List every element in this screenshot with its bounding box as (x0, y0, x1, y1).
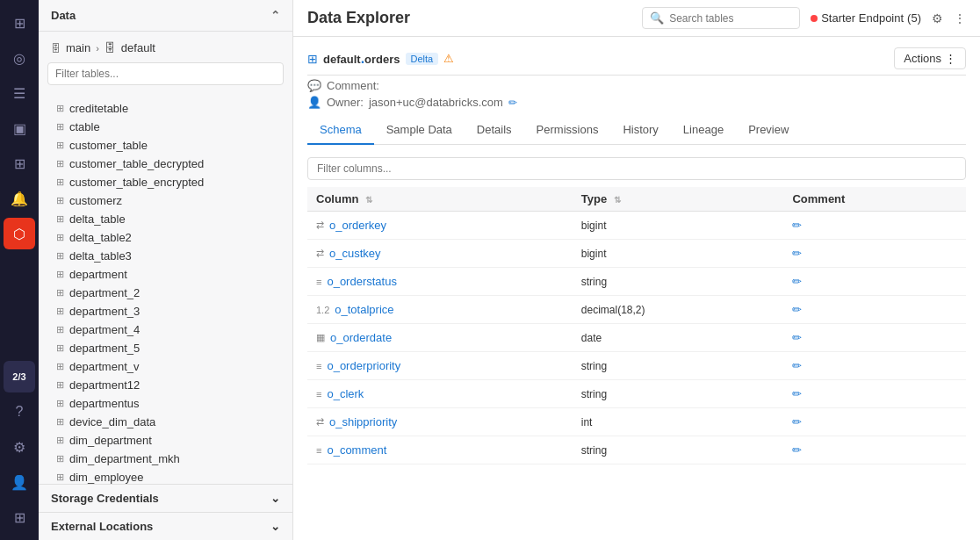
sidebar-collapse-icon[interactable]: ⌃ (270, 9, 280, 22)
actions-button[interactable]: Actions ⋮ (894, 47, 966, 69)
nav-settings-icon[interactable]: ⚙ (4, 431, 35, 463)
column-type-icon: ▦ (316, 332, 325, 343)
table-list: ⊞ creditetable ⊞ ctable ⊞ customer_table… (39, 97, 292, 484)
settings-icon[interactable]: ⚙ (932, 11, 943, 25)
edit-owner-icon[interactable]: ✏ (508, 97, 517, 109)
edit-comment-icon[interactable]: ✏ (792, 415, 802, 428)
tab-lineage[interactable]: Lineage (671, 116, 736, 145)
list-item[interactable]: ⊞ department_5 (39, 339, 292, 357)
nav-grid-icon[interactable]: ⊞ (4, 501, 35, 533)
top-bar: Data Explorer 🔍 Starter Endpoint (5) ⚙ ⋮ (293, 0, 980, 37)
list-item[interactable]: ⊞ departmentus (39, 394, 292, 413)
sort-icon[interactable]: ⇅ (614, 195, 621, 205)
table-name: department_2 (69, 286, 140, 299)
column-type: bigint (573, 240, 784, 268)
tree-item-main[interactable]: 🗄 main › 🗄 default (39, 39, 292, 57)
edit-comment-icon[interactable]: ✏ (792, 331, 802, 344)
edit-comment-icon[interactable]: ✏ (792, 219, 802, 232)
edit-comment-icon[interactable]: ✏ (792, 443, 802, 457)
list-item[interactable]: ⊞ customerz (39, 191, 292, 210)
list-item[interactable]: ⊞ customer_table_decrypted (39, 155, 292, 173)
search-input[interactable] (669, 12, 792, 25)
storage-credentials-label: Storage Credentials (51, 492, 159, 505)
nav-query-icon[interactable]: ▣ (4, 112, 35, 144)
list-item[interactable]: ⊞ delta_table2 (39, 228, 292, 247)
table-name: department_v (69, 360, 140, 373)
filter-tables-input[interactable] (47, 62, 284, 85)
list-item[interactable]: ⊞ department (39, 265, 292, 284)
column-name: o_orderpriority (327, 359, 400, 372)
tree-default-label: default (121, 41, 155, 54)
table-grid-icon: ⊞ (56, 472, 64, 483)
edit-comment-icon[interactable]: ✏ (792, 387, 802, 400)
list-item[interactable]: ⊞ department_v (39, 357, 292, 376)
edit-comment-icon[interactable]: ✏ (792, 359, 802, 372)
tab-details[interactable]: Details (465, 116, 524, 145)
edit-comment-icon[interactable]: ✏ (792, 275, 802, 288)
edit-comment-icon[interactable]: ✏ (792, 303, 802, 316)
column-type: string (573, 380, 784, 408)
tab-sample-data[interactable]: Sample Data (374, 116, 465, 145)
list-item[interactable]: ⊞ department12 (39, 376, 292, 394)
list-item[interactable]: ⊞ customer_table (39, 136, 292, 155)
table-name: delta_table3 (69, 249, 132, 263)
list-item[interactable]: ⊞ delta_table3 (39, 247, 292, 265)
more-options-icon[interactable]: ⋮ (954, 11, 966, 25)
nav-help-icon[interactable]: ? (4, 396, 35, 428)
edit-comment-icon[interactable]: ✏ (792, 247, 802, 260)
nav-data-icon[interactable]: ⬡ (4, 218, 35, 249)
column-header-name: Column ⇅ (307, 187, 573, 212)
list-item[interactable]: ⊞ dim_department_mkh (39, 450, 292, 468)
main-content: Data Explorer 🔍 Starter Endpoint (5) ⚙ ⋮… (293, 0, 980, 540)
table-name: delta_table2 (69, 231, 132, 244)
list-item[interactable]: ⊞ delta_table (39, 210, 292, 228)
tab-permissions[interactable]: Permissions (524, 116, 611, 145)
table-grid-icon: ⊞ (56, 269, 64, 280)
list-item[interactable]: ⊞ dim_department (39, 431, 292, 450)
nav-catalog-icon[interactable]: ☰ (4, 77, 35, 109)
table-grid-icon: ⊞ (56, 435, 64, 446)
table-grid-icon: ⊞ (56, 306, 64, 317)
endpoint-badge[interactable]: Starter Endpoint (5) (811, 11, 921, 25)
list-item[interactable]: ⊞ department_3 (39, 302, 292, 320)
nav-alert-icon[interactable]: 🔔 (4, 183, 35, 214)
nav-apps-icon[interactable]: ⊞ (4, 148, 35, 179)
column-name: o_shippriority (329, 415, 397, 428)
table-grid-icon: ⊞ (56, 416, 64, 428)
list-item[interactable]: ⊞ creditetable (39, 99, 292, 118)
list-item[interactable]: ⊞ customer_table_encrypted (39, 173, 292, 191)
filter-columns-input[interactable] (307, 157, 966, 180)
search-box[interactable]: 🔍 (642, 7, 800, 29)
list-item[interactable]: ⊞ device_dim_data (39, 413, 292, 431)
nav-page-badge[interactable]: 2/3 (4, 361, 35, 392)
delta-badge: Delta (406, 53, 439, 65)
tab-schema[interactable]: Schema (307, 116, 374, 145)
column-name: o_clerk (327, 387, 364, 400)
list-item[interactable]: ⊞ dim_employee (39, 468, 292, 484)
column-type: string (573, 436, 784, 464)
table-name: department_4 (69, 323, 140, 336)
column-type: string (573, 268, 784, 296)
nav-user-icon[interactable]: 👤 (4, 466, 35, 498)
external-locations-section[interactable]: External Locations ⌄ (39, 512, 292, 540)
sidebar-section-header[interactable]: Data ⌃ (39, 0, 292, 32)
list-item[interactable]: ⊞ department_4 (39, 320, 292, 339)
comment-label: Comment: (327, 79, 379, 92)
sort-icon[interactable]: ⇅ (365, 195, 372, 205)
schema-content: Column ⇅ Type ⇅ Comment (307, 145, 966, 540)
list-item[interactable]: ⊞ ctable (39, 118, 292, 136)
column-type: date (573, 324, 784, 352)
tree-main-label: main (66, 41, 90, 54)
nav-home-icon[interactable]: ⊞ (4, 7, 35, 39)
nav-search-icon[interactable]: ◎ (4, 42, 35, 74)
sidebar-tree: 🗄 main › 🗄 default (39, 32, 292, 97)
column-type: int (573, 408, 784, 436)
storage-credentials-section[interactable]: Storage Credentials ⌄ (39, 484, 292, 512)
table-name: delta_table (69, 212, 126, 226)
table-type-icon: ⊞ (307, 52, 318, 66)
tab-preview[interactable]: Preview (736, 116, 801, 145)
page-title: Data Explorer (307, 9, 410, 27)
list-item[interactable]: ⊞ department_2 (39, 284, 292, 302)
table-name: customerz (69, 194, 122, 207)
tab-history[interactable]: History (610, 116, 670, 145)
